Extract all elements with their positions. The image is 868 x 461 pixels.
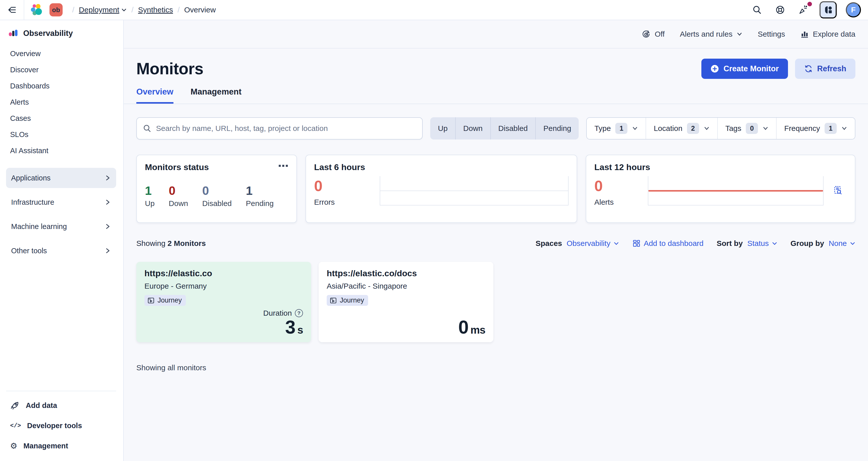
inspect-wrap	[824, 183, 847, 206]
breadcrumb-synthetics[interactable]: Synthetics	[138, 5, 173, 14]
filter-disabled-button[interactable]: Disabled	[491, 117, 536, 140]
help-life-ring-icon	[775, 5, 785, 15]
notification-dot	[807, 2, 812, 6]
collapse-sidebar-button[interactable]	[5, 3, 19, 17]
gear-icon: ⚙	[10, 442, 18, 450]
journey-badge: Journey	[145, 295, 186, 306]
explore-data-link[interactable]: Explore data	[800, 30, 856, 38]
duration-value: 0ms	[458, 317, 485, 337]
project-badge[interactable]: ob	[50, 3, 63, 17]
chevron-right-icon	[104, 247, 111, 254]
elastic-logo[interactable]	[30, 3, 43, 17]
chevron-down-icon	[737, 31, 743, 37]
duration-label-row: Duration ?	[263, 309, 303, 317]
filter-location-dropdown[interactable]: Location 2	[646, 118, 717, 139]
errors-label: Errors	[314, 198, 380, 206]
tab-overview[interactable]: Overview	[136, 87, 174, 104]
chevron-right-icon	[104, 223, 111, 230]
title-row: Monitors Create Monitor Refr	[136, 59, 856, 79]
refresh-icon	[804, 64, 813, 73]
filter-frequency-dropdown[interactable]: Frequency 1	[777, 118, 855, 139]
alerts-and-rules-menu[interactable]: Alerts and rules	[680, 30, 743, 38]
list-meta-row: Showing 2 Monitors Spaces Observability	[136, 239, 856, 248]
sort-by-dropdown[interactable]: Status	[747, 239, 777, 248]
party-popper-icon	[798, 5, 808, 15]
chevron-down-icon	[614, 240, 619, 246]
page-subheader: Off Alerts and rules Settings Explore da…	[124, 20, 868, 49]
chevron-down-icon	[763, 125, 769, 132]
sparkline-gridline	[380, 191, 568, 191]
sidebar-item-overview[interactable]: Overview	[6, 46, 116, 62]
sidebar-item-add-data[interactable]: Add data	[6, 395, 116, 415]
filter-up-button[interactable]: Up	[430, 117, 456, 140]
apps-menu-button[interactable]	[819, 1, 837, 19]
monitor-location: Europe - Germany	[145, 282, 303, 290]
filter-type-dropdown[interactable]: Type 1	[587, 118, 646, 139]
sidebar-item-cases[interactable]: Cases	[6, 110, 116, 126]
stat-pending-label: Pending	[246, 199, 274, 208]
panel-title: Last 6 hours	[314, 162, 568, 172]
tab-management[interactable]: Management	[191, 87, 242, 104]
sidebar-group-other-tools[interactable]: Other tools	[6, 240, 116, 261]
help-button[interactable]	[773, 3, 787, 17]
frequency-count-badge: 1	[825, 123, 837, 134]
filters-toolbar: Up Down Disabled Pending Type 1 Location	[136, 117, 856, 140]
question-in-circle-icon[interactable]: ?	[295, 309, 303, 317]
search-button[interactable]	[750, 3, 764, 17]
inspect-data-button[interactable]	[831, 183, 845, 197]
stat-up-label: Up	[145, 199, 155, 208]
filter-pending-button[interactable]: Pending	[536, 117, 579, 140]
status-filter-group: Up Down Disabled Pending	[430, 117, 579, 140]
panel-options-icon[interactable]	[277, 163, 289, 168]
sidebar-item-dashboards[interactable]: Dashboards	[6, 78, 116, 94]
monitor-url: https://elastic.co/docs	[327, 268, 485, 278]
filter-tags-dropdown[interactable]: Tags 0	[718, 118, 777, 139]
sidebar-item-ai-assistant[interactable]: AI Assistant	[6, 143, 116, 159]
showing-all-monitors-note: Showing all monitors	[136, 364, 856, 372]
last-6-hours-panel: Last 6 hours 0 Errors	[306, 155, 577, 223]
sidebar-item-developer-tools[interactable]: </> Developer tools	[6, 415, 116, 436]
refresh-button[interactable]: Refresh	[795, 59, 856, 79]
breadcrumb-separator: /	[72, 5, 74, 14]
alerts-summary: 0 Alerts	[594, 178, 648, 206]
topbar-divider	[24, 0, 24, 20]
alerts-body: 0 Alerts	[594, 176, 847, 206]
spaces-dropdown[interactable]: Observability	[566, 239, 619, 248]
sidebar-group-machine-learning[interactable]: Machine learning	[6, 217, 116, 236]
sidebar-item-alerts[interactable]: Alerts	[6, 94, 116, 110]
search-input[interactable]	[156, 124, 416, 133]
sidebar-item-management[interactable]: ⚙ Management	[6, 436, 116, 456]
sidebar-item-discover[interactable]: Discover	[6, 62, 116, 78]
attribute-filter-group: Type 1 Location 2 Tags 0	[586, 117, 856, 140]
monitor-card-elastic-co-docs[interactable]: https://elastic.co/docs Asia/Pacific - S…	[319, 262, 493, 342]
stat-up: 1 Up	[145, 184, 155, 208]
auto-refresh-toggle[interactable]: Off	[642, 30, 664, 39]
breadcrumb-deployment[interactable]: Deployment	[79, 5, 127, 14]
sidebar-item-slos[interactable]: SLOs	[6, 126, 116, 143]
stat-disabled-value: 0	[202, 184, 232, 198]
panel-title: Monitors status	[145, 162, 288, 172]
errors-sparkline-chart	[380, 176, 568, 205]
sidebar-footer: Add data </> Developer tools ⚙ Managemen…	[6, 391, 116, 456]
panel-title: Last 12 hours	[594, 162, 847, 172]
sidebar-group-infrastructure[interactable]: Infrastructure	[6, 192, 116, 212]
errors-body: 0 Errors	[314, 176, 568, 206]
filter-down-button[interactable]: Down	[456, 117, 491, 140]
stat-up-value: 1	[145, 184, 155, 198]
settings-link[interactable]: Settings	[758, 30, 785, 38]
add-to-dashboard-link[interactable]: Add to dashboard	[632, 239, 704, 248]
monitor-card-elastic-co[interactable]: https://elastic.co Europe - Germany Jour…	[136, 262, 311, 342]
create-monitor-button[interactable]: Create Monitor	[701, 59, 788, 79]
monitor-metric: Duration ? 3s	[263, 309, 303, 337]
tabs: Overview Management	[136, 87, 856, 104]
whats-new-button[interactable]	[796, 3, 810, 17]
sidebar-groups: Applications Infrastructure Machine lear…	[6, 168, 116, 265]
browser-journey-icon	[330, 297, 337, 304]
monitor-metric: 0ms	[458, 317, 485, 337]
status-stats: 1 Up 0 Down 0 Disabled	[145, 184, 288, 208]
group-by-dropdown[interactable]: None	[829, 239, 856, 248]
overview-panels: Monitors status 1 Up 0 Down	[136, 155, 856, 223]
user-avatar[interactable]: F	[846, 2, 861, 18]
sidebar-group-applications[interactable]: Applications	[6, 168, 116, 188]
sidebar-header: Observability	[6, 27, 116, 46]
